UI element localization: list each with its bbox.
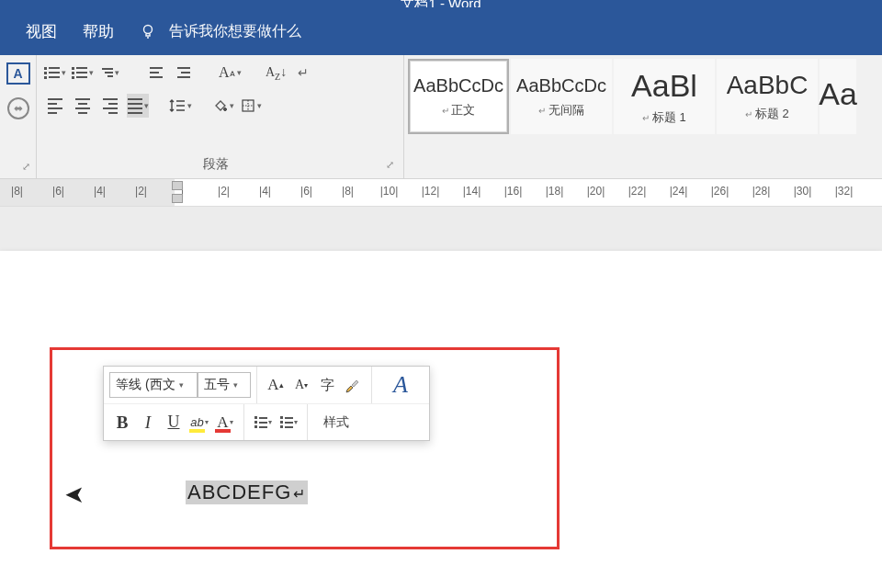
phonetic-guide-button[interactable]: 字 xyxy=(314,372,340,398)
change-case-button[interactable]: Aᴀ▾ xyxy=(219,61,242,85)
ruler-mark: |14| xyxy=(455,185,489,198)
tell-me-text: 告诉我你想要做什么 xyxy=(169,22,301,41)
cursor-arrow-icon: ➤ xyxy=(64,481,85,509)
ruler-mark: |28| xyxy=(744,185,778,198)
style-label: 标题 2 xyxy=(745,106,789,122)
bullets-icon xyxy=(254,416,267,428)
style-heading-2[interactable]: AaBbC 标题 2 xyxy=(717,59,818,134)
ruler-mark: |6| xyxy=(289,185,323,198)
textbox-icon[interactable]: A xyxy=(6,62,30,85)
mini-bullets-button[interactable]: ▾ xyxy=(250,410,276,435)
style-preview: AaBbC xyxy=(727,71,808,100)
ribbon-body: A ⬌ ⤢ ▾ ▾ ▾ xyxy=(0,55,882,179)
title-bar: 文档1 - Word xyxy=(0,0,882,7)
align-left-button[interactable] xyxy=(44,94,66,118)
show-marks-button[interactable]: ↵ xyxy=(293,61,313,85)
bullets-icon xyxy=(44,67,60,79)
ruler-mark: |24| xyxy=(662,185,695,198)
line-spacing-icon xyxy=(169,98,186,113)
paragraph-group-label: 段落 xyxy=(203,156,229,173)
accessibility-icon[interactable]: ⬌ xyxy=(7,97,29,119)
shrink-font-button[interactable]: A▾ xyxy=(288,372,314,398)
style-preview: Aa xyxy=(819,76,857,112)
align-center-button[interactable] xyxy=(72,94,94,118)
font-size-combo[interactable]: 五号▾ xyxy=(198,372,251,398)
ruler-mark: |2| xyxy=(207,185,241,198)
ruler-mark: |8| xyxy=(0,185,34,198)
borders-button[interactable]: ▾ xyxy=(240,94,262,118)
bullets-button[interactable]: ▾ xyxy=(44,61,66,85)
align-left-icon xyxy=(48,98,62,114)
ruler-mark: |6| xyxy=(41,185,75,198)
line-spacing-button[interactable]: ▾ xyxy=(169,94,192,118)
underline-button[interactable]: U xyxy=(161,410,187,435)
font-color-button[interactable]: A▾ xyxy=(212,410,238,435)
paint-bucket-icon xyxy=(213,98,228,113)
selected-text[interactable]: ABCDEFG↵ xyxy=(186,481,308,504)
style-heading-1[interactable]: AaBl 标题 1 xyxy=(614,59,715,134)
decrease-indent-button[interactable] xyxy=(145,61,167,85)
tab-view[interactable]: 视图 xyxy=(26,21,57,42)
highlight-button[interactable]: ab▾ xyxy=(187,410,212,435)
page[interactable]: 等线 (西文▾ 五号▾ A▴ A▾ 字 A xyxy=(0,251,882,588)
font-name-combo[interactable]: 等线 (西文▾ xyxy=(109,372,198,398)
grow-font-button[interactable]: A▴ xyxy=(263,372,288,398)
justify-button[interactable]: ▾ xyxy=(127,94,149,118)
tell-me-search[interactable]: 告诉我你想要做什么 xyxy=(140,22,301,41)
lightbulb-icon xyxy=(140,23,156,40)
style-label: 正文 xyxy=(442,102,476,119)
paragraph-launcher-icon[interactable]: ⤢ xyxy=(386,159,394,171)
document-area: 等线 (西文▾ 五号▾ A▴ A▾ 字 A xyxy=(0,207,882,588)
mini-toolbar: 等线 (西文▾ 五号▾ A▴ A▾ 字 A xyxy=(103,366,430,441)
indent-marker[interactable] xyxy=(171,181,182,203)
numbering-icon xyxy=(280,416,293,428)
align-right-button[interactable] xyxy=(99,94,121,118)
style-normal[interactable]: AaBbCcDc 正文 xyxy=(408,59,509,134)
title-text: 文档1 - Word xyxy=(401,0,481,7)
numbering-button[interactable]: ▾ xyxy=(72,61,94,85)
style-preview: AaBbCcDc xyxy=(413,75,503,96)
sort-button[interactable]: AZ↓ xyxy=(266,61,288,85)
ruler-mark: |22| xyxy=(620,185,654,198)
format-painter-button[interactable] xyxy=(340,372,366,398)
ruler-mark: |2| xyxy=(124,185,158,198)
justify-icon xyxy=(128,98,142,114)
svg-point-0 xyxy=(144,26,153,34)
bold-button[interactable]: B xyxy=(109,410,135,435)
styles-dropdown-button[interactable]: A xyxy=(378,376,424,395)
selected-text-value: ABCDEFG xyxy=(187,481,291,503)
ruler-mark: |16| xyxy=(496,185,530,198)
ruler-mark: |32| xyxy=(827,185,861,198)
style-more[interactable]: Aa xyxy=(820,59,856,134)
indent-icon xyxy=(177,67,190,78)
paragraph-group: ▾ ▾ ▾ Aᴀ▾ AZ↓ ↵ xyxy=(37,55,404,178)
style-preview: AaBbCcDc xyxy=(516,75,606,96)
ruler-mark: |10| xyxy=(372,185,406,198)
ruler-mark: |8| xyxy=(331,185,365,198)
ruler-mark: |26| xyxy=(703,185,737,198)
ruler-ticks: |8||6||4||2|||2||4||6||8||10||12||14||16… xyxy=(0,185,868,198)
brush-icon xyxy=(345,377,361,393)
styles-swash-icon: A xyxy=(393,376,408,395)
increase-indent-button[interactable] xyxy=(173,61,195,85)
italic-button[interactable]: I xyxy=(135,410,161,435)
horizontal-ruler[interactable]: |8||6||4||2|||2||4||6||8||10||12||14||16… xyxy=(0,179,882,207)
style-no-spacing[interactable]: AaBbCcDc 无间隔 xyxy=(511,59,612,134)
font-group-launcher-icon[interactable]: ⤢ xyxy=(22,161,30,173)
svg-point-1 xyxy=(223,108,226,111)
shading-button[interactable]: ▾ xyxy=(212,94,234,118)
borders-icon xyxy=(241,98,255,113)
style-label: 标题 1 xyxy=(642,109,686,126)
tab-help[interactable]: 帮助 xyxy=(83,21,114,42)
multilevel-list-button[interactable]: ▾ xyxy=(99,61,121,85)
styles-label: 样式 xyxy=(323,414,349,431)
style-label: 无间隔 xyxy=(538,102,584,119)
styles-label-button[interactable]: 样式 xyxy=(313,414,359,431)
outdent-icon xyxy=(150,67,163,78)
pilcrow-icon: ↵ xyxy=(293,486,306,502)
ruler-mark: |12| xyxy=(413,185,447,198)
numbering-icon xyxy=(72,67,87,79)
mini-numbering-button[interactable]: ▾ xyxy=(276,410,301,435)
ruler-mark: |18| xyxy=(537,185,571,198)
ribbon-left-column: A ⬌ ⤢ xyxy=(0,55,37,178)
